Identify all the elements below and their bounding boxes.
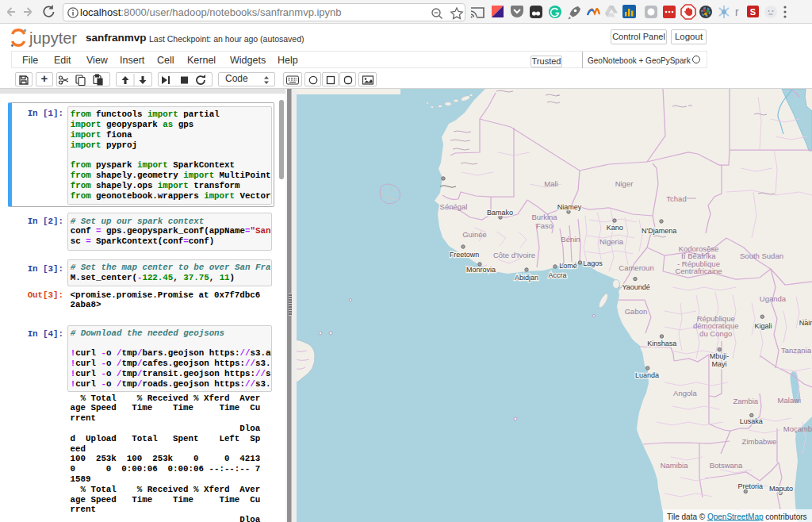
svg-text:Accra: Accra xyxy=(548,271,566,279)
svg-text:Nair: Nair xyxy=(799,319,812,327)
svg-text:Zambia: Zambia xyxy=(733,397,758,405)
svg-text:Nigeria: Nigeria xyxy=(599,237,624,246)
svg-text:Lagos: Lagos xyxy=(583,259,603,267)
svg-text:Monrovia: Monrovia xyxy=(466,266,496,274)
svg-text:Centrafricaine: Centrafricaine xyxy=(675,267,722,275)
svg-text:Mbuji-: Mbuji- xyxy=(710,352,730,360)
svg-text:Sénégal: Sénégal xyxy=(440,202,468,211)
svg-text:Tile data © OpenStreetMap cont: Tile data © OpenStreetMap contributors xyxy=(667,512,807,521)
svg-text:Côte d'Ivoire: Côte d'Ivoire xyxy=(493,251,535,259)
svg-text:Freetown: Freetown xyxy=(450,251,480,259)
svg-text:Malawi: Malawi xyxy=(778,396,802,405)
svg-text:Lusaka: Lusaka xyxy=(740,417,763,425)
svg-text:Mali: Mali xyxy=(544,179,557,188)
svg-text:du Congo: du Congo xyxy=(699,329,732,338)
svg-text:Namibia: Namibia xyxy=(661,461,689,470)
svg-text:Pretoria: Pretoria xyxy=(737,482,763,490)
svg-text:Lomé: Lomé xyxy=(559,262,577,270)
svg-text:Bénin: Bénin xyxy=(561,235,580,244)
svg-text:Maputo: Maputo xyxy=(769,485,793,493)
svg-text:Uganda: Uganda xyxy=(760,294,787,303)
svg-text:South Sudan: South Sudan xyxy=(740,251,783,260)
svg-text:Niger: Niger xyxy=(615,179,634,188)
svg-text:r: r xyxy=(735,6,739,18)
svg-text:Angola: Angola xyxy=(673,389,697,397)
svg-text:Kinshasa: Kinshasa xyxy=(647,340,676,347)
svg-text:Faso: Faso xyxy=(536,221,553,230)
svg-text:Moçambi: Moçambi xyxy=(783,424,812,433)
svg-text:Zimbabwe: Zimbabwe xyxy=(742,437,777,446)
svg-text:Tchad: Tchad xyxy=(666,194,686,203)
svg-text:Gabon: Gabon xyxy=(625,307,648,316)
svg-text:Mayi: Mayi xyxy=(711,360,726,368)
svg-text:Luanda: Luanda xyxy=(635,371,659,379)
svg-text:Burkina: Burkina xyxy=(531,213,557,221)
svg-text:Yaoundé: Yaoundé xyxy=(622,283,650,291)
svg-text:Abidjan: Abidjan xyxy=(515,274,538,282)
svg-text:Kano: Kano xyxy=(607,224,623,232)
svg-text:Tanzania: Tanzania xyxy=(781,346,812,355)
svg-text:Guinée: Guinée xyxy=(462,230,487,239)
svg-text:Botswana: Botswana xyxy=(710,461,743,470)
svg-text:Niamey: Niamey xyxy=(557,203,582,211)
svg-text:Bamako: Bamako xyxy=(487,209,513,217)
svg-text:N'Djamena: N'Djamena xyxy=(642,227,676,235)
svg-text:S: S xyxy=(750,7,756,17)
svg-text:Cameroun: Cameroun xyxy=(619,263,653,272)
svg-text:Kigali: Kigali xyxy=(754,322,772,330)
